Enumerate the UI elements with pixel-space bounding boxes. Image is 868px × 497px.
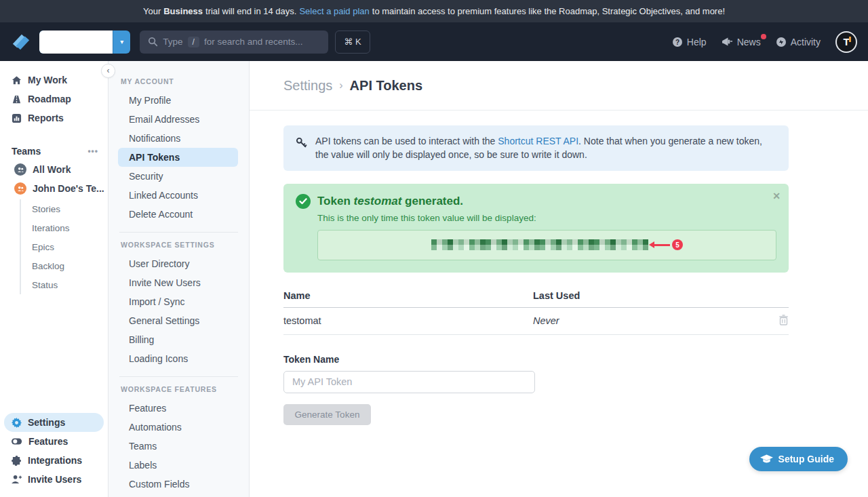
- sidebar-team-john-does-team[interactable]: John Doe's Te...: [0, 179, 108, 198]
- cmd-k-shortcut-button[interactable]: ⌘ K: [335, 31, 370, 54]
- sidebar-collapse-button[interactable]: ‹: [101, 64, 115, 78]
- settings-nav-features[interactable]: Features: [118, 399, 238, 418]
- create-story-split-button: Create Story ▾: [39, 31, 130, 54]
- breadcrumb-settings[interactable]: Settings: [283, 78, 332, 94]
- slash-key-hint: /: [188, 37, 199, 47]
- alert-token-name: testomat: [354, 195, 402, 207]
- settings-nav-billing[interactable]: Billing: [118, 330, 238, 349]
- settings-nav-notifications[interactable]: Notifications: [118, 129, 238, 148]
- help-menu[interactable]: ? Help: [672, 37, 707, 47]
- generate-token-button[interactable]: Generate Token: [283, 404, 371, 425]
- settings-nav-email-addresses[interactable]: Email Addresses: [118, 110, 238, 129]
- setup-guide-label: Setup Guide: [778, 454, 834, 464]
- gear-icon: [12, 418, 22, 428]
- teams-header-label: Teams: [12, 146, 41, 157]
- sidebar-item-settings[interactable]: Settings: [4, 413, 104, 432]
- sidebar-team-all-work[interactable]: All Work: [0, 160, 108, 179]
- sidebar-item-status[interactable]: Status: [32, 275, 108, 294]
- success-check-icon: [296, 194, 311, 209]
- user-avatar[interactable]: T: [835, 31, 857, 53]
- token-name-cell: testomat: [283, 315, 533, 326]
- bottom-item-label: Invite Users: [28, 474, 81, 485]
- alert-title-pre: Token: [317, 195, 354, 207]
- settings-nav-import-sync[interactable]: Import / Sync: [118, 292, 238, 311]
- news-label: News: [737, 37, 761, 47]
- create-story-button[interactable]: Create Story: [39, 31, 113, 54]
- breadcrumb-separator-icon: ›: [339, 79, 342, 92]
- sidebar-item-label: Reports: [28, 113, 64, 123]
- settings-nav-delete-account[interactable]: Delete Account: [118, 205, 238, 224]
- news-menu[interactable]: News: [722, 37, 761, 47]
- search-placeholder-type: Type: [163, 37, 182, 47]
- activity-menu[interactable]: Activity: [776, 37, 821, 47]
- help-label: Help: [687, 37, 707, 47]
- sidebar-item-invite-users[interactable]: Invite Users: [4, 470, 104, 489]
- table-row: testomat Never: [283, 308, 789, 335]
- settings-nav-labels[interactable]: Labels: [118, 456, 238, 475]
- settings-nav-teams[interactable]: Teams: [118, 437, 238, 456]
- search-icon: [148, 37, 158, 47]
- road-icon: [12, 94, 22, 104]
- puzzle-icon: [12, 456, 22, 466]
- bottom-item-label: Features: [28, 436, 68, 447]
- create-story-dropdown-button[interactable]: ▾: [113, 31, 130, 54]
- shortcut-rest-api-link[interactable]: Shortcut REST API: [498, 136, 578, 146]
- sidebar-item-roadmap[interactable]: Roadmap: [0, 90, 108, 108]
- sidebar-item-stories[interactable]: Stories: [32, 199, 108, 218]
- teams-more-icon[interactable]: •••: [87, 146, 98, 156]
- settings-nav-automations[interactable]: Automations: [118, 418, 238, 437]
- token-value-box: 5: [317, 230, 776, 260]
- token-name-input[interactable]: [283, 371, 535, 393]
- settings-nav-user-directory[interactable]: User Directory: [118, 254, 238, 273]
- close-icon[interactable]: ✕: [772, 191, 781, 201]
- search-input[interactable]: Type / for search and recents...: [140, 31, 328, 54]
- settings-nav-security[interactable]: Security: [118, 167, 238, 186]
- divider: [119, 232, 238, 233]
- settings-nav-linked-accounts[interactable]: Linked Accounts: [118, 186, 238, 205]
- trial-plan-name: Business: [163, 6, 203, 16]
- person-plus-icon: [12, 475, 22, 484]
- sidebar-item-my-work[interactable]: My Work: [0, 71, 108, 90]
- token-last-used-cell: Never: [533, 315, 771, 326]
- trial-text-post: to maintain access to premium features l…: [372, 6, 725, 16]
- settings-nav-general-settings[interactable]: General Settings: [118, 311, 238, 330]
- settings-nav-api-tokens[interactable]: API Tokens: [118, 148, 238, 167]
- team-label: John Doe's Te...: [33, 183, 104, 194]
- navbar-right-group: ? Help News Activity T: [672, 31, 857, 53]
- left-sidebar: ‹ My Work Roadmap Reports Tea: [0, 61, 108, 497]
- trial-text-pre: Your: [143, 6, 161, 16]
- news-notification-dot: [761, 34, 766, 39]
- sidebar-item-reports[interactable]: Reports: [0, 108, 108, 127]
- table-header-row: Name Last Used: [283, 290, 789, 308]
- settings-nav-my-profile[interactable]: My Profile: [118, 91, 238, 110]
- left-arrow-icon: [651, 244, 670, 246]
- page-title: API Tokens: [350, 78, 422, 94]
- tokens-table: Name Last Used testomat Never: [283, 290, 789, 335]
- divider: [119, 376, 238, 377]
- sidebar-item-backlog[interactable]: Backlog: [32, 256, 108, 275]
- sidebar-item-integrations[interactable]: Integrations: [4, 451, 104, 470]
- sidebar-item-features[interactable]: Features: [4, 432, 104, 451]
- sidebar-item-iterations[interactable]: Iterations: [32, 218, 108, 237]
- annotation-step-badge: 5: [672, 239, 683, 250]
- sidebar-item-epics[interactable]: Epics: [32, 237, 108, 256]
- settings-nav-custom-fields[interactable]: Custom Fields: [118, 475, 238, 494]
- setup-guide-button[interactable]: Setup Guide: [749, 447, 848, 471]
- team-label: All Work: [33, 164, 71, 175]
- activity-label: Activity: [791, 37, 821, 47]
- select-paid-plan-link[interactable]: Select a paid plan: [299, 6, 369, 16]
- settings-nav-invite-new-users[interactable]: Invite New Users: [118, 273, 238, 292]
- sidebar-item-label: Roadmap: [28, 94, 71, 104]
- settings-nav-loading-icons[interactable]: Loading Icons: [118, 349, 238, 368]
- megaphone-icon: [722, 37, 733, 47]
- info-text-pre: API tokens can be used to interact with …: [315, 136, 498, 146]
- trial-banner: Your Business trial will end in 14 days.…: [0, 0, 868, 22]
- team-avatar-icon: [14, 182, 26, 195]
- team-avatar-icon: [14, 163, 26, 176]
- bottom-item-label: Settings: [28, 417, 65, 428]
- toggle-icon: [12, 437, 22, 445]
- shortcut-logo-icon[interactable]: [11, 32, 31, 52]
- bottom-item-label: Integrations: [28, 455, 82, 466]
- trash-icon[interactable]: [778, 315, 789, 325]
- section-title-workspace-settings: WORKSPACE SETTINGS: [108, 241, 249, 249]
